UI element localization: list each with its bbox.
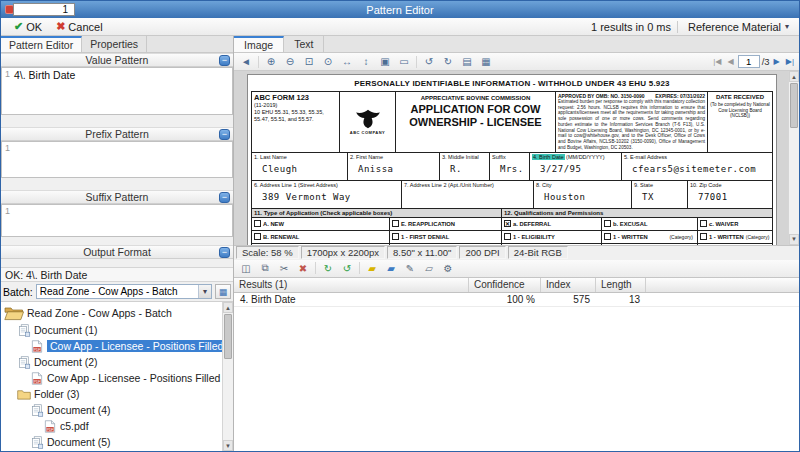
zoom-window-icon[interactable]: ⊡ [300, 54, 318, 69]
tree-item[interactable]: Read Zone - Cow Apps - Batch [1, 303, 222, 322]
refresh-all-icon[interactable]: ↺ [338, 261, 356, 276]
settings-icon[interactable]: ⚙ [439, 261, 457, 276]
tree-item[interactable]: PDFCow App - Licensee - Positions Filled… [1, 370, 222, 386]
copy-icon[interactable]: ⧉ [256, 261, 274, 276]
tab-image[interactable]: Image [234, 36, 284, 52]
highlighter-blue-icon[interactable]: ▰ [382, 261, 400, 276]
column-confidence[interactable]: Confidence [469, 278, 541, 292]
eraser-icon[interactable]: ▱ [420, 261, 438, 276]
fit-width-icon[interactable]: ↔ [338, 54, 356, 69]
field-label: 1. Last Name [254, 154, 347, 160]
fit-page-icon[interactable]: ▣ [376, 54, 394, 69]
cut-icon[interactable]: ✂ [275, 261, 293, 276]
checkbox: ✕ [504, 220, 511, 227]
prev-page-button[interactable]: ◀ [726, 57, 736, 66]
window-title: Pattern Editor [1, 4, 799, 16]
batch-options-button[interactable]: ▦ [215, 284, 231, 299]
result-row[interactable]: 4. Birth Date100 %157513 [234, 293, 799, 307]
form-number: ABC FORM 123 [254, 93, 337, 102]
field-address2: 7. Address Line 2 (Apt./Unit Number) [402, 181, 534, 208]
form-title-line1: APPLICATION FOR COW [396, 103, 555, 116]
scroll-down-icon[interactable]: ▼ [223, 440, 233, 451]
checkbox-row: 2 - OPERATING(Category) [602, 244, 698, 245]
image-viewport[interactable]: PERSONALLY IDENTIFIABLE INFORMATION - WI… [234, 71, 799, 245]
toolbar-separator [416, 56, 417, 68]
tree-scrollbar[interactable]: ▲ ▼ [222, 302, 233, 451]
column-length[interactable]: Length [596, 278, 646, 292]
cancel-button[interactable]: ✖ Cancel [49, 19, 109, 35]
rotate-right-icon[interactable]: ↻ [439, 54, 457, 69]
tab-properties[interactable]: Properties [82, 36, 147, 52]
field-zip: 10. Zip Code 77001 [688, 181, 772, 208]
rotate-left-icon[interactable]: ↺ [420, 54, 438, 69]
collapse-button[interactable]: − [219, 247, 230, 258]
date-received-block: DATE RECEIVED (To be completed by Nation… [708, 92, 772, 152]
status-dimensions: 1700px x 2200px [301, 246, 385, 259]
reference-material-button[interactable]: Reference Material ▾ [684, 21, 793, 33]
document-icon [30, 404, 44, 417]
field-address1: 6. Address Line 1 (Street Address) 389 V… [252, 181, 402, 208]
title-bar[interactable]: Pattern Editor [1, 1, 799, 18]
suffix-pattern-header: Suffix Pattern − [1, 190, 233, 204]
tree-item[interactable]: PDFCow App - Licensee - Positions Filled… [1, 338, 222, 354]
last-page-button[interactable]: ▶| [784, 57, 796, 66]
zoom-in-icon[interactable]: ⊕ [262, 54, 280, 69]
tab-text[interactable]: Text [284, 36, 324, 52]
result-name: 4. Birth Date [234, 293, 469, 306]
scroll-down-icon[interactable]: ▼ [789, 234, 799, 245]
omb-block: APPROVED BY OMB: NO. 3150-0090 EXPIRES: … [556, 92, 708, 152]
document-page[interactable]: PERSONALLY IDENTIFIABLE INFORMATION - WI… [247, 74, 777, 245]
checkbox-row: C. UPGRADE [252, 244, 390, 245]
scrollbar-thumb[interactable] [224, 314, 232, 359]
scroll-up-icon[interactable]: ▲ [789, 71, 799, 82]
tree-item[interactable]: PDFc1.pdf [1, 450, 222, 451]
batch-select[interactable]: Read Zone - Cow Apps - Batch ▾ [36, 284, 212, 299]
tree-item[interactable]: Document (1) [1, 322, 222, 338]
collapse-button[interactable]: − [219, 192, 230, 203]
tree-item[interactable]: Folder (3) [1, 386, 222, 402]
viewer-scrollbar[interactable]: ▲ ▼ [788, 71, 799, 245]
scroll-up-icon[interactable]: ▲ [223, 302, 233, 313]
value-pattern-input[interactable]: 1 4\. Birth Date [1, 67, 233, 115]
prefix-pattern-input[interactable]: 1 [1, 141, 233, 178]
thumbnails-icon[interactable]: ▤ [458, 54, 476, 69]
field-label: 6. Address Line 1 (Street Address) [254, 182, 401, 188]
scrollbar-thumb[interactable] [790, 83, 798, 128]
actual-size-icon[interactable]: ▭ [395, 54, 413, 69]
form-citations: 10 EHU 55.31, 55.33, 55.35, 55.47, 55.51… [254, 109, 337, 123]
column-results[interactable]: Results (1) [234, 278, 469, 292]
save-icon[interactable]: ◫ [237, 261, 255, 276]
first-page-button[interactable]: |◀ [711, 57, 723, 66]
refresh-icon[interactable]: ↻ [319, 261, 337, 276]
zoom-out-icon[interactable]: ⊖ [281, 54, 299, 69]
svg-text:PDF: PDF [47, 427, 54, 431]
collapse-button[interactable]: − [219, 129, 230, 140]
pen-icon[interactable]: ✎ [401, 261, 419, 276]
viewer-tabs: Image Text [234, 36, 799, 53]
page-number-input[interactable]: 1 [738, 55, 760, 68]
next-page-button[interactable]: ▶ [772, 57, 782, 66]
tab-pattern-editor[interactable]: Pattern Editor [1, 36, 82, 52]
checkbox-row: b. EXCUSAL [602, 218, 698, 230]
ok-button[interactable]: ✔ OK [7, 19, 49, 35]
fit-height-icon[interactable]: ↕ [357, 54, 375, 69]
image-settings-icon[interactable]: ▦ [477, 54, 495, 69]
tree-item[interactable]: PDFc5.pdf [1, 418, 222, 434]
collapse-button[interactable]: − [219, 55, 230, 66]
back-icon[interactable]: ◄ [237, 54, 255, 69]
highlighter-yellow-icon[interactable]: ▰ [363, 261, 381, 276]
pattern-status: OK: 4\. Birth Date [1, 267, 233, 282]
delete-icon[interactable]: ✖ [294, 261, 312, 276]
field-first-name: 2. First Name Anissa [348, 153, 440, 180]
suffix-pattern-input[interactable]: 1 [1, 204, 233, 237]
chevron-down-icon: ▾ [198, 285, 211, 298]
toolbar-separator [359, 262, 360, 274]
zoom-dynamic-icon[interactable]: ⊙ [319, 54, 337, 69]
form-revision: (11-2019) [254, 102, 337, 109]
tree-item[interactable]: Document (2) [1, 354, 222, 370]
value-pattern-title: Value Pattern [86, 54, 149, 66]
tree-item[interactable]: Document (5) [1, 434, 222, 450]
tree-item[interactable]: Document (4) [1, 402, 222, 418]
toolbar-separator [258, 56, 259, 68]
column-index[interactable]: Index [541, 278, 596, 292]
